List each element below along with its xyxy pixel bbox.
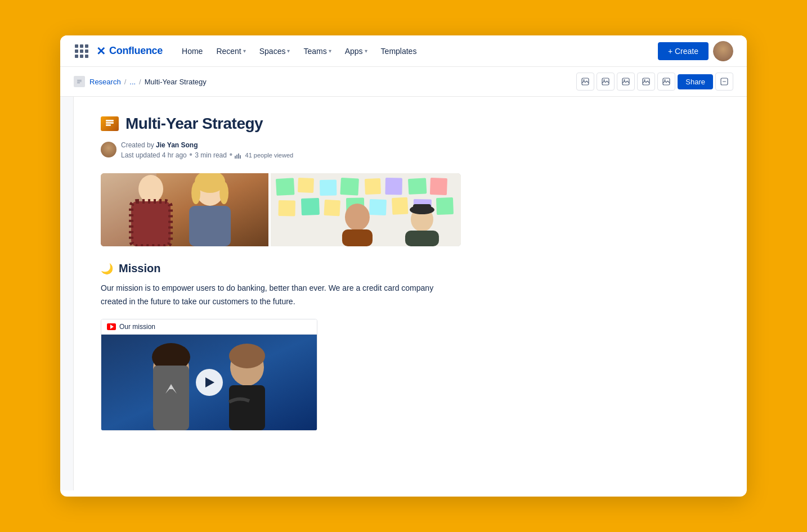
nav-apps[interactable]: Apps ▾ xyxy=(339,43,373,59)
viewers-count: 41 people viewed xyxy=(235,152,293,159)
nav-recent-label: Recent xyxy=(216,47,241,56)
nav-templates[interactable]: Templates xyxy=(375,43,423,59)
svg-rect-26 xyxy=(131,201,171,246)
svg-rect-22 xyxy=(240,155,241,159)
svg-rect-42 xyxy=(430,178,447,195)
page-meta: Created by Jie Yan Song Last updated 4 h… xyxy=(101,139,553,160)
user-avatar[interactable] xyxy=(713,41,733,61)
create-button-label: + Create xyxy=(668,47,698,56)
nav-teams[interactable]: Teams ▾ xyxy=(298,43,337,59)
image-icon-2 xyxy=(602,78,609,85)
svg-point-63 xyxy=(229,344,265,368)
hero-image-left xyxy=(101,173,268,246)
svg-point-25 xyxy=(138,175,163,203)
svg-rect-32 xyxy=(189,206,231,246)
nav-templates-label: Templates xyxy=(381,47,417,56)
mission-text: Our mission is to empower users to do ba… xyxy=(101,282,438,309)
nav-spaces[interactable]: Spaces ▾ xyxy=(254,43,296,59)
confluence-logo[interactable]: ✕ Confluence xyxy=(96,44,163,58)
youtube-icon xyxy=(107,323,116,330)
breadcrumb: Research / ... / Multi-Year Strategy xyxy=(89,78,207,86)
breadcrumb-research[interactable]: Research xyxy=(89,78,121,86)
svg-point-5 xyxy=(584,79,585,80)
breadcrumb-ellipsis[interactable]: ... xyxy=(129,78,136,86)
mission-heading-text: Mission xyxy=(119,262,160,275)
video-container: Our mission xyxy=(101,319,317,431)
toolbar-icon-3[interactable] xyxy=(617,73,635,91)
page-title: Multi-Year Strategy xyxy=(125,115,263,133)
page-icon-svg xyxy=(76,78,83,85)
nav-apps-label: Apps xyxy=(345,47,363,56)
nav-apps-chevron: ▾ xyxy=(365,48,367,54)
browser-window: ✕ Confluence Home Recent ▾ Spaces ▾ Team… xyxy=(60,35,747,497)
nav-recent-chevron: ▾ xyxy=(243,48,246,54)
toolbar-icon-2[interactable] xyxy=(597,73,615,91)
toolbar-icon-1[interactable] xyxy=(576,73,594,91)
mission-icon: 🌙 xyxy=(101,263,113,275)
top-navigation: ✕ Confluence Home Recent ▾ Spaces ▾ Team… xyxy=(60,35,747,67)
toolbar-icon-5[interactable] xyxy=(657,73,675,91)
image-icon-4 xyxy=(642,78,650,85)
video-label: Our mission xyxy=(119,323,155,331)
svg-point-7 xyxy=(604,79,605,80)
nav-teams-label: Teams xyxy=(303,47,326,56)
toolbar-more-icon[interactable] xyxy=(715,73,733,91)
viewers-count-text: 41 people viewed xyxy=(245,152,294,159)
svg-rect-36 xyxy=(298,178,314,193)
svg-rect-39 xyxy=(365,178,381,195)
author-name: Jie Yan Song xyxy=(156,141,198,149)
svg-rect-43 xyxy=(279,200,295,217)
app-launcher-button[interactable] xyxy=(74,43,89,59)
create-button[interactable]: + Create xyxy=(658,42,709,60)
confluence-logo-text: Confluence xyxy=(109,45,163,57)
svg-rect-41 xyxy=(408,178,427,195)
hero-images xyxy=(101,173,461,246)
svg-rect-20 xyxy=(236,155,237,159)
breadcrumb-sep-1: / xyxy=(124,78,127,86)
svg-point-11 xyxy=(644,79,645,80)
expand-icon xyxy=(662,78,670,85)
mission-heading: 🌙 Mission xyxy=(101,262,553,275)
sidebar-stripe xyxy=(60,97,74,490)
svg-rect-60 xyxy=(153,366,189,430)
svg-rect-1 xyxy=(77,80,82,80)
svg-rect-38 xyxy=(340,178,359,196)
last-updated: Last updated 4 hr ago xyxy=(121,151,187,159)
svg-point-30 xyxy=(191,182,200,204)
hero-image-right xyxy=(271,173,461,246)
svg-rect-16 xyxy=(106,120,114,121)
svg-rect-47 xyxy=(369,199,387,215)
meta-dot-2: • xyxy=(229,150,235,159)
content-area: Multi-Year Strategy Created by Jie Yan S… xyxy=(60,97,747,490)
toolbar-icon-4[interactable] xyxy=(637,73,655,91)
svg-rect-2 xyxy=(77,81,82,82)
svg-rect-56 xyxy=(342,229,373,246)
avatar-image xyxy=(713,41,733,61)
play-button[interactable] xyxy=(196,369,223,396)
youtube-play-icon xyxy=(110,324,114,329)
svg-point-55 xyxy=(345,204,370,231)
svg-rect-19 xyxy=(235,156,236,159)
confluence-logo-icon: ✕ xyxy=(96,44,106,58)
svg-rect-40 xyxy=(385,178,403,195)
breadcrumb-bar: Research / ... / Multi-Year Strategy xyxy=(60,67,747,97)
created-by-label: Created by Jie Yan Song xyxy=(121,141,198,149)
svg-rect-3 xyxy=(77,83,80,83)
svg-rect-17 xyxy=(106,122,114,124)
nav-spaces-chevron: ▾ xyxy=(287,48,290,54)
page-emoji-icon xyxy=(105,120,114,128)
svg-point-9 xyxy=(624,79,625,80)
nav-home[interactable]: Home xyxy=(176,43,208,59)
page-title-row: Multi-Year Strategy xyxy=(101,115,553,133)
svg-rect-50 xyxy=(436,197,454,215)
nav-home-label: Home xyxy=(182,47,203,56)
video-thumbnail[interactable] xyxy=(101,335,317,430)
image-icon-3 xyxy=(622,78,630,85)
share-button[interactable]: Share xyxy=(678,74,713,89)
grid-icon xyxy=(75,44,88,58)
page-content: Multi-Year Strategy Created by Jie Yan S… xyxy=(74,97,580,490)
breadcrumb-left: Research / ... / Multi-Year Strategy xyxy=(74,76,207,87)
nav-recent[interactable]: Recent ▾ xyxy=(210,43,251,59)
meta-dot-1: • xyxy=(189,150,195,159)
meta-info: Created by Jie Yan Song Last updated 4 h… xyxy=(121,139,293,160)
